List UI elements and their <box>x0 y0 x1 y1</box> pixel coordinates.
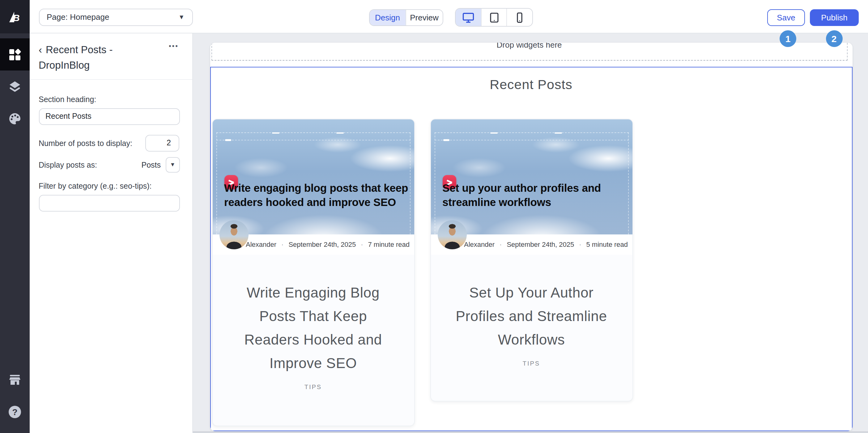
panel-title: ‹Recent Posts - DropInBlog <box>39 42 160 73</box>
step-badge-2: 2 <box>826 30 842 47</box>
bigcommerce-logo[interactable]: B <box>0 0 30 33</box>
publish-button[interactable]: Publish <box>810 9 859 26</box>
storefront-page-preview: Drop widgets here Recent Posts <box>210 43 852 431</box>
palette-icon <box>7 111 22 126</box>
mobile-icon <box>514 11 526 23</box>
guide-handle <box>225 139 231 141</box>
tab-design[interactable]: Design <box>369 9 406 25</box>
post-category[interactable]: TIPS <box>431 360 632 367</box>
blog-post-card[interactable]: Write engaging blog posts that keep read… <box>212 118 414 426</box>
more-options-icon[interactable]: ••• <box>169 42 179 49</box>
tab-preview[interactable]: Preview <box>406 9 442 25</box>
chevron-down-icon: ▼ <box>178 14 185 21</box>
display-as-label: Display posts as: <box>39 161 97 169</box>
page-selector[interactable]: Page: Homepage ▼ <box>39 9 193 26</box>
editor-canvas: Drop widgets here Recent Posts <box>193 33 868 433</box>
layout-guide-line <box>216 133 217 234</box>
post-cover-title: Write engaging blog posts that keep read… <box>224 181 411 209</box>
step-badge-1-number: 1 <box>785 33 791 44</box>
guide-handle <box>490 132 497 134</box>
post-cover-image: Write engaging blog posts that keep read… <box>212 119 414 234</box>
svg-text:B: B <box>13 13 20 23</box>
guide-handle <box>336 132 343 134</box>
post-category[interactable]: TIPS <box>212 383 414 390</box>
num-posts-input[interactable] <box>145 135 179 151</box>
meta-separator: · <box>499 241 502 248</box>
tablet-icon <box>488 11 500 23</box>
dropzone-label: Drop widgets here <box>212 43 847 50</box>
widget-settings-panel: ‹Recent Posts - DropInBlog ••• Section h… <box>30 33 193 433</box>
page-selector-value: Page: Homepage <box>47 13 109 22</box>
post-title[interactable]: Set Up Your Author Profiles and Streamli… <box>454 281 609 351</box>
tab-preview-label: Preview <box>410 13 439 22</box>
post-title[interactable]: Write Engaging Blog Posts That Keep Read… <box>235 281 391 375</box>
topbar: Page: Homepage ▼ Design Preview <box>30 0 868 33</box>
back-icon[interactable]: ‹ <box>39 44 42 55</box>
sidebar-item-widgets[interactable] <box>0 38 30 70</box>
widget-dropzone[interactable]: Drop widgets here <box>211 43 847 61</box>
sidebar-item-help[interactable]: ? <box>0 396 30 428</box>
post-author: Alexander <box>246 241 276 248</box>
post-date: September 24th, 2025 <box>288 241 356 248</box>
post-cover-title: Set up your author profiles and streamli… <box>442 181 629 209</box>
selected-widget-section[interactable]: Recent Posts <box>210 66 852 431</box>
guide-handle <box>443 139 449 141</box>
mode-toggle: Design Preview <box>369 9 443 26</box>
section-heading-label: Section heading: <box>39 95 96 104</box>
blog-post-card[interactable]: Set up your author profiles and streamli… <box>430 118 633 401</box>
layout-guide-line <box>434 133 628 133</box>
post-read-time: 7 minute read <box>368 241 410 248</box>
device-tablet-button[interactable] <box>481 9 506 26</box>
post-date: September 24th, 2025 <box>507 241 574 248</box>
left-nav-rail: B <box>0 0 30 433</box>
blog-post-cards: Write engaging blog posts that keep read… <box>212 118 633 426</box>
section-heading-input[interactable] <box>39 108 180 125</box>
sidebar-item-theme-styles[interactable] <box>0 103 30 135</box>
recent-posts-heading: Recent Posts <box>211 77 851 92</box>
desktop-icon <box>462 11 475 23</box>
sidebar-item-layers[interactable] <box>0 70 30 103</box>
tab-design-label: Design <box>375 13 400 22</box>
layout-guide-line <box>216 133 410 133</box>
post-cover-image: Set up your author profiles and streamli… <box>431 119 632 234</box>
storefront-icon <box>7 372 22 387</box>
step-badge-2-number: 2 <box>832 33 837 44</box>
sidebar-item-storefront[interactable] <box>0 364 30 396</box>
meta-separator: · <box>579 241 581 248</box>
panel-header: ‹Recent Posts - DropInBlog ••• <box>30 33 192 80</box>
layers-icon <box>7 79 22 94</box>
chevron-down-icon: ▼ <box>170 162 176 168</box>
panel-title-text: Recent Posts - DropInBlog <box>39 44 113 70</box>
widgets-icon <box>7 47 22 62</box>
canvas-bottom-strip <box>193 431 868 433</box>
guide-handle <box>272 132 279 134</box>
layout-guide-line <box>434 140 628 140</box>
author-avatar <box>437 220 467 249</box>
save-button[interactable]: Save <box>767 9 805 26</box>
filter-category-label: Filter by category (e.g.: seo-tips): <box>39 181 152 190</box>
help-icon: ? <box>7 405 22 420</box>
display-as-dropdown[interactable]: ▼ <box>165 157 180 172</box>
filter-category-input[interactable] <box>39 195 180 211</box>
device-toggle <box>455 8 533 27</box>
step-badge-1: 1 <box>780 30 796 47</box>
layout-guide-line <box>434 133 435 234</box>
svg-text:?: ? <box>12 407 17 417</box>
post-author: Alexander <box>464 241 495 248</box>
save-button-label: Save <box>777 13 795 22</box>
meta-separator: · <box>361 241 363 248</box>
device-desktop-button[interactable] <box>456 9 481 26</box>
post-read-time: 5 minute read <box>586 241 628 248</box>
display-as-value: Posts <box>104 161 161 169</box>
bigcommerce-logo-icon: B <box>7 9 23 25</box>
meta-separator: · <box>281 241 283 248</box>
page-builder-app: B <box>0 0 868 433</box>
publish-button-label: Publish <box>821 13 847 22</box>
device-mobile-button[interactable] <box>507 9 532 26</box>
layout-guide-line <box>216 140 410 140</box>
author-avatar <box>219 220 249 249</box>
num-posts-label: Number of posts to display: <box>39 139 132 148</box>
guide-handle <box>554 132 562 134</box>
